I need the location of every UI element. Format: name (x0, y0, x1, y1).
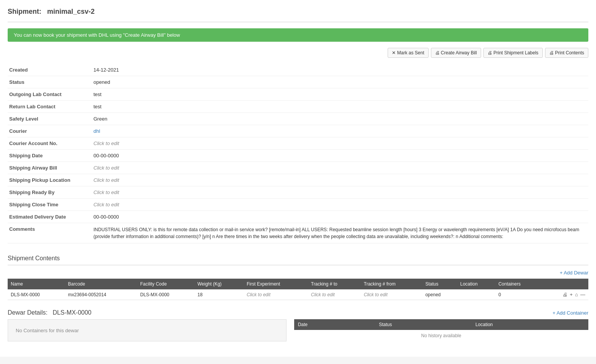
contents-header-row: NameBarcodeFacility CodeWeight (Kg)First… (8, 279, 588, 289)
info-label: Shipping Ready By (8, 186, 92, 199)
info-row: CommentsINDUSTRIAL USERS ONLY: is this f… (8, 223, 588, 243)
info-value[interactable]: Click to edit (92, 174, 588, 186)
title-divider (8, 22, 588, 22)
info-value: Green (92, 113, 588, 125)
info-label: Courier Account No. (8, 137, 92, 150)
create-airway-bill-label: 🖨 Create Airway Bill (435, 50, 477, 55)
contents-column-header: Location (457, 279, 495, 289)
info-row: Safety LevelGreen (8, 113, 588, 125)
contents-table: NameBarcodeFacility CodeWeight (Kg)First… (8, 279, 588, 300)
history-table: DateStatusLocation No history available (294, 319, 588, 341)
info-row: Shipping Date00-00-0000 (8, 150, 588, 162)
add-container-label: + Add Container (552, 310, 588, 316)
contents-column-header: Barcode (65, 279, 137, 289)
info-row: Return Lab Contacttest (8, 101, 588, 113)
info-row: Outgoing Lab Contacttest (8, 88, 588, 101)
contents-column-header: Name (8, 279, 65, 289)
info-label: Shipping Airway Bill (8, 162, 92, 174)
table-cell[interactable]: Click to edit (308, 289, 361, 300)
info-value: test (92, 101, 588, 113)
info-label: Shipping Close Time (8, 199, 92, 211)
add-dewar-bar: + Add Dewar (8, 270, 588, 276)
table-cell: DLS-MX-0000 (8, 289, 65, 300)
history-column-header: Date (294, 319, 375, 330)
mark-as-sent-label: ✕ Mark as Sent (392, 50, 424, 55)
info-label: Safety Level (8, 113, 92, 125)
table-cell: mx23694-0052014 (65, 289, 137, 300)
info-row: Shipping Ready ByClick to edit (8, 186, 588, 199)
contents-column-header: Tracking # from (361, 279, 422, 289)
print-row-icon[interactable]: 🖨 (563, 292, 568, 297)
home-row-icon[interactable]: ⌂ (575, 292, 578, 297)
remove-row-icon[interactable]: — (580, 292, 585, 297)
history-column-header: Location (472, 319, 588, 330)
contents-column-header: First Experiment (244, 279, 308, 289)
add-dewar-label: + Add Dewar (560, 270, 588, 276)
print-shipment-labels-button[interactable]: 🖨 Print Shipment Labels (483, 48, 543, 58)
table-cell: 0 (495, 289, 541, 300)
info-value: dhl (92, 125, 588, 137)
info-value: test (92, 88, 588, 101)
info-label: Estimated Delivery Date (8, 211, 92, 223)
info-row: Courier Account No.Click to edit (8, 137, 588, 150)
info-label: Shipping Date (8, 150, 92, 162)
info-label: Created (8, 64, 92, 76)
mark-as-sent-button[interactable]: ✕ Mark as Sent (388, 48, 428, 58)
info-value[interactable]: Click to edit (92, 199, 588, 211)
info-row: Estimated Delivery Date00-00-0000 (8, 211, 588, 223)
table-cell[interactable]: Click to edit (244, 289, 308, 300)
info-row: Created14-12-2021 (8, 64, 588, 76)
contents-divider (8, 265, 588, 265)
print-shipment-labels-label: 🖨 Print Shipment Labels (488, 50, 539, 55)
contents-column-header: Facility Code (137, 279, 194, 289)
info-row: Statusopened (8, 76, 588, 88)
add-container-button[interactable]: + Add Container (552, 310, 588, 316)
alert-message: You can now book your shipment with DHL … (14, 32, 180, 38)
dewar-details-header: Dewar Details: DLS-MX-0000 + Add Contain… (8, 309, 588, 316)
history-wrapper: DateStatusLocation No history available (294, 319, 588, 341)
dewar-bottom: No Containers for this dewar DateStatusL… (8, 319, 588, 341)
info-label: Shipping Pickup Location (8, 174, 92, 186)
table-cell[interactable]: Click to edit (361, 289, 422, 300)
row-actions: 🖨 + ⌂ — (541, 289, 588, 300)
info-value[interactable]: Click to edit (92, 137, 588, 150)
dewar-details-name: DLS-MX-0000 (52, 309, 91, 316)
history-header-row: DateStatusLocation (294, 319, 588, 330)
print-contents-button[interactable]: 🖨 Print Contents (545, 48, 588, 58)
history-column-header: Status (375, 319, 472, 330)
info-value: opened (92, 76, 588, 88)
info-value[interactable]: Click to edit (92, 162, 588, 174)
table-cell: 18 (194, 289, 244, 300)
add-dewar-button[interactable]: + Add Dewar (560, 270, 588, 276)
history-empty-message: No history available (294, 330, 588, 341)
info-value: INDUSTRIAL USERS ONLY: is this for remot… (92, 223, 588, 243)
create-airway-bill-button[interactable]: 🖨 Create Airway Bill (431, 48, 481, 58)
page-title: Shipment: minimal_csv-2 (8, 8, 588, 16)
info-value: 00-00-0000 (92, 211, 588, 223)
actions-column-header (541, 279, 588, 289)
info-value: 00-00-0000 (92, 150, 588, 162)
info-label: Outgoing Lab Contact (8, 88, 92, 101)
info-label: Return Lab Contact (8, 101, 92, 113)
info-table: Created14-12-2021StatusopenedOutgoing La… (8, 64, 588, 243)
info-value[interactable]: Click to edit (92, 186, 588, 199)
dewar-details-title: Dewar Details: DLS-MX-0000 (8, 309, 92, 316)
no-containers-message: No Containers for this dewar (8, 319, 287, 341)
alert-banner: You can now book your shipment with DHL … (8, 28, 588, 42)
shipment-contents-title: Shipment Contents (8, 255, 588, 262)
info-label: Comments (8, 223, 92, 243)
contents-column-header: Status (422, 279, 457, 289)
info-label: Courier (8, 125, 92, 137)
contents-column-header: Containers (495, 279, 541, 289)
contents-column-header: Tracking # to (308, 279, 361, 289)
page-container: Shipment: minimal_csv-2 You can now book… (0, 0, 596, 357)
title-prefix: Shipment: (8, 8, 41, 15)
add-row-icon[interactable]: + (570, 292, 573, 297)
table-cell: DLS-MX-0000 (137, 289, 194, 300)
info-row: Shipping Pickup LocationClick to edit (8, 174, 588, 186)
toolbar: ✕ Mark as Sent 🖨 Create Airway Bill 🖨 Pr… (8, 48, 588, 58)
info-row: Shipping Airway BillClick to edit (8, 162, 588, 174)
print-contents-label: 🖨 Print Contents (549, 50, 584, 55)
info-row: Shipping Close TimeClick to edit (8, 199, 588, 211)
info-value: 14-12-2021 (92, 64, 588, 76)
